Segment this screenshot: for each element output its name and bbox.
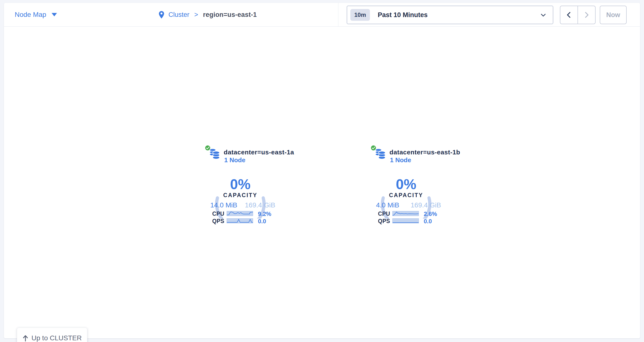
- metric-row-qps: QPS 0.0: [212, 218, 276, 223]
- header: Node Map Cluster > region=us-east-1 10m …: [4, 3, 640, 27]
- capacity-total: 169.4 GiB: [410, 201, 441, 209]
- qps-sparkline: [227, 218, 253, 223]
- capacity-total: 169.4 GiB: [245, 201, 275, 209]
- metric-label: CPU: [212, 211, 224, 217]
- metric-row-cpu: CPU 9.2%: [212, 211, 276, 216]
- datacenter-title[interactable]: datacenter=us-east-1a: [224, 149, 294, 156]
- metric-label: CPU: [378, 211, 390, 217]
- metric-value: 9.2%: [258, 211, 272, 217]
- time-prev-button[interactable]: [560, 6, 578, 24]
- metric-row-cpu: CPU 2.6%: [378, 211, 442, 216]
- capacity-used: 4.0 MiB: [376, 201, 399, 209]
- caret-down-icon: [52, 13, 57, 16]
- time-step-button-group: [560, 5, 596, 24]
- time-now-button[interactable]: Now: [600, 5, 627, 24]
- cpu-sparkline: [227, 211, 253, 216]
- breadcrumb-current: region=us-east-1: [203, 11, 257, 18]
- map-area: datacenter=us-east-1a 1 Node 0% CAPACITY…: [4, 27, 640, 338]
- metric-value: 2.6%: [424, 211, 437, 217]
- qps-sparkline: [392, 218, 419, 223]
- datacenter-card-us-east-1a[interactable]: datacenter=us-east-1a 1 Node 0% CAPACITY…: [205, 144, 276, 225]
- metric-label: QPS: [378, 218, 390, 225]
- capacity-percent: 0%: [214, 176, 267, 192]
- breadcrumb-separator: >: [194, 11, 198, 18]
- datacenter-card-us-east-1b[interactable]: datacenter=us-east-1b 1 Node 0% CAPACITY…: [371, 144, 442, 225]
- metric-row-qps: QPS 0.0: [378, 218, 442, 223]
- time-next-button[interactable]: [578, 6, 595, 24]
- node-count[interactable]: 1 Node: [390, 156, 411, 164]
- metric-label: QPS: [212, 218, 224, 225]
- chevron-left-icon: [565, 11, 572, 18]
- up-to-cluster-label: Up to CLUSTER: [32, 334, 82, 342]
- arrow-up-icon: [22, 335, 28, 342]
- header-divider: [338, 3, 338, 26]
- time-range-label: Past 10 Minutes: [378, 11, 428, 19]
- metric-value: 0.0: [424, 218, 432, 225]
- up-to-cluster-button[interactable]: Up to CLUSTER: [17, 328, 87, 342]
- time-range-badge: 10m: [350, 9, 370, 21]
- metric-value: 0.0: [258, 218, 266, 225]
- capacity-used: 14.0 MiB: [210, 201, 238, 209]
- view-selector-dropdown[interactable]: Node Map: [15, 3, 57, 26]
- database-stack-icon: [375, 148, 386, 160]
- breadcrumb: Cluster > region=us-east-1: [159, 3, 257, 26]
- chevron-right-icon: [583, 11, 590, 18]
- node-count[interactable]: 1 Node: [224, 156, 246, 164]
- node-map-view: Node Map Cluster > region=us-east-1 10m …: [4, 3, 640, 338]
- time-range-dropdown[interactable]: 10m Past 10 Minutes: [347, 5, 553, 24]
- chevron-down-icon: [540, 12, 546, 18]
- view-selector-label[interactable]: Node Map: [15, 11, 46, 18]
- breadcrumb-cluster-link[interactable]: Cluster: [168, 11, 190, 18]
- database-stack-icon: [209, 148, 220, 160]
- capacity-percent: 0%: [379, 176, 433, 192]
- datacenter-title[interactable]: datacenter=us-east-1b: [390, 149, 460, 156]
- cpu-sparkline: [392, 211, 419, 216]
- location-pin-icon: [159, 10, 164, 19]
- capacity-label: CAPACITY: [376, 192, 437, 199]
- capacity-label: CAPACITY: [210, 192, 271, 199]
